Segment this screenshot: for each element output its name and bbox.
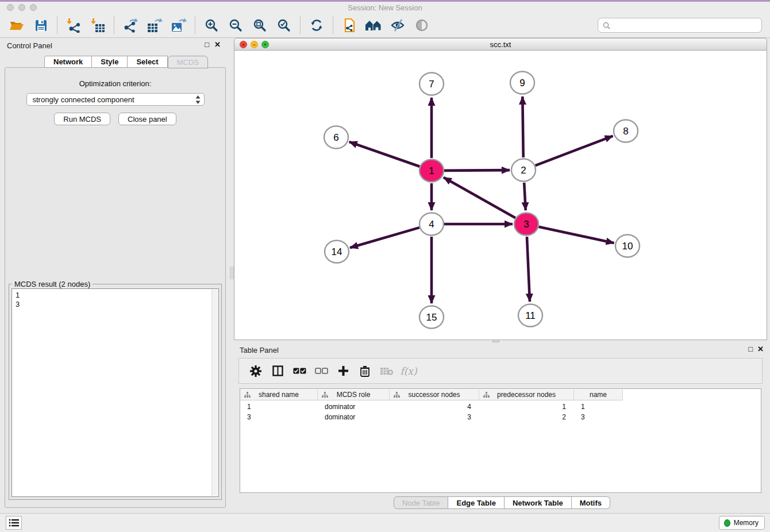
import-table-button[interactable] — [86, 15, 110, 36]
table-tab-edge-table[interactable]: Edge Table — [448, 496, 504, 509]
table-body: 1dominator4113dominator323 — [240, 400, 761, 422]
graph-node-3[interactable]: 3 — [514, 213, 538, 236]
close-panel-icon[interactable]: ✕ — [214, 41, 221, 49]
column-header-predecessor-nodes[interactable]: predecessor nodes — [479, 390, 574, 400]
table-cell[interactable]: 2 — [479, 413, 574, 422]
graph-edge-2-3[interactable] — [524, 183, 526, 210]
control-tab-style[interactable]: Style — [92, 56, 128, 68]
function-builder-button[interactable]: f(x) — [398, 361, 419, 381]
dropdown-arrows-icon — [195, 95, 201, 104]
table-cell[interactable]: 1 — [240, 402, 318, 411]
open-session-button[interactable] — [5, 15, 29, 36]
memory-label: Memory — [734, 519, 759, 527]
table-options-button[interactable] — [245, 361, 267, 381]
reset-view-button[interactable] — [361, 15, 386, 36]
toggle-graphics-details-button[interactable] — [386, 15, 410, 36]
open-folder-icon — [9, 18, 24, 32]
zoom-out-button[interactable] — [224, 15, 248, 36]
graph-node-8[interactable]: 8 — [614, 120, 638, 142]
close-panel-icon[interactable]: ✕ — [757, 345, 764, 353]
table-tab-network-table[interactable]: Network Table — [505, 496, 572, 509]
graph-edge-4-14[interactable] — [350, 228, 419, 248]
task-history-button[interactable] — [6, 516, 22, 530]
table-cell[interactable]: dominator — [318, 413, 390, 422]
svg-text:10: 10 — [622, 241, 633, 252]
table-cell[interactable]: 3 — [574, 413, 623, 422]
graph-node-9[interactable]: 9 — [510, 72, 534, 94]
zoom-in-button[interactable] — [199, 15, 224, 36]
control-tab-select[interactable]: Select — [128, 56, 167, 68]
table-row[interactable]: 1dominator411 — [240, 402, 761, 411]
import-network-button[interactable] — [61, 15, 86, 36]
show-column-button[interactable] — [267, 361, 288, 381]
table-panel-tabs: Node TableEdge TableNetwork TableMotifs — [234, 496, 770, 509]
clone-network-icon — [342, 18, 356, 33]
memory-button[interactable]: Memory — [719, 516, 765, 530]
graph-edge-1-2[interactable] — [444, 170, 510, 171]
export-network-button[interactable] — [118, 15, 143, 36]
zoom-fit-button[interactable] — [248, 15, 272, 36]
graph-node-4[interactable]: 4 — [419, 213, 444, 236]
column-header-shared-name[interactable]: shared name — [240, 390, 318, 400]
graph-edge-3-10[interactable] — [539, 227, 614, 243]
column-header-MCDS-role[interactable]: MCDS role — [318, 390, 390, 400]
graph-node-1[interactable]: 1 — [419, 160, 444, 182]
show-hide-button[interactable] — [410, 15, 434, 36]
graph-node-2[interactable]: 2 — [511, 159, 536, 182]
column-header-name[interactable]: name — [574, 390, 623, 400]
list-icon — [9, 519, 19, 527]
table-cell[interactable]: 1 — [574, 402, 623, 411]
mcds-result-list[interactable]: 13 — [11, 288, 219, 497]
refresh-button[interactable] — [305, 15, 329, 36]
graph-edge-2-8[interactable] — [536, 136, 613, 166]
table-cell[interactable]: 3 — [390, 413, 479, 422]
save-session-button[interactable] — [29, 15, 53, 36]
export-image-icon — [171, 18, 187, 33]
table-cell[interactable]: 3 — [240, 413, 318, 422]
table-tab-node-table[interactable]: Node Table — [394, 496, 449, 509]
float-panel-icon[interactable]: □ — [205, 41, 209, 49]
graph-edge-3-1[interactable] — [444, 178, 515, 218]
network-window-titlebar[interactable]: × − + scc.txt — [234, 38, 767, 51]
close-panel-button[interactable]: Close panel — [118, 113, 176, 125]
graph-edge-1-6[interactable] — [349, 142, 420, 167]
graph-node-14[interactable]: 14 — [325, 241, 349, 263]
control-tab-mcds[interactable]: MCDS — [168, 56, 208, 68]
add-column-button[interactable] — [332, 361, 354, 381]
table-cell[interactable]: 4 — [390, 402, 479, 411]
graph-node-11[interactable]: 11 — [518, 304, 542, 327]
svg-text:15: 15 — [426, 312, 437, 323]
table-cell[interactable]: dominator — [318, 402, 390, 411]
graph-edge-2-9[interactable] — [522, 97, 523, 157]
table-panel: Table Panel □ ✕ — [234, 342, 770, 513]
graph-node-6[interactable]: 6 — [324, 126, 348, 149]
splitter-grip[interactable] — [230, 267, 234, 279]
table-tab-motifs[interactable]: Motifs — [572, 496, 610, 509]
optimization-criterion-dropdown[interactable]: strongly connected component — [26, 93, 205, 106]
table-cell[interactable]: 1 — [479, 402, 574, 411]
graph-edge-3-11[interactable] — [527, 237, 530, 302]
table-row[interactable]: 3dominator323 — [240, 413, 761, 422]
network-canvas[interactable]: 7968124314101511 — [234, 51, 767, 340]
export-table-button[interactable] — [143, 15, 167, 36]
result-scrollbar[interactable] — [211, 290, 218, 496]
run-mcds-button[interactable]: Run MCDS — [54, 113, 110, 125]
control-tab-network[interactable]: Network — [44, 56, 92, 68]
export-image-button[interactable] — [167, 15, 191, 36]
svg-text:3: 3 — [523, 219, 529, 230]
vertical-splitter[interactable] — [230, 38, 234, 513]
float-panel-icon[interactable]: □ — [748, 345, 753, 353]
zoom-selected-button[interactable] — [272, 15, 296, 36]
hierarchy-icon — [244, 392, 251, 400]
search-field[interactable] — [598, 18, 762, 33]
graph-node-7[interactable]: 7 — [419, 73, 444, 95]
graph-node-10[interactable]: 10 — [615, 235, 640, 257]
graph-node-15[interactable]: 15 — [419, 306, 444, 329]
clone-network-button[interactable] — [337, 15, 361, 36]
select-all-button[interactable] — [288, 361, 310, 381]
search-input[interactable] — [614, 21, 757, 30]
deselect-all-button[interactable] — [310, 361, 332, 381]
delete-table-button[interactable] — [376, 361, 398, 381]
delete-column-button[interactable] — [354, 361, 376, 381]
column-header-successor-nodes[interactable]: successor nodes — [390, 390, 479, 400]
